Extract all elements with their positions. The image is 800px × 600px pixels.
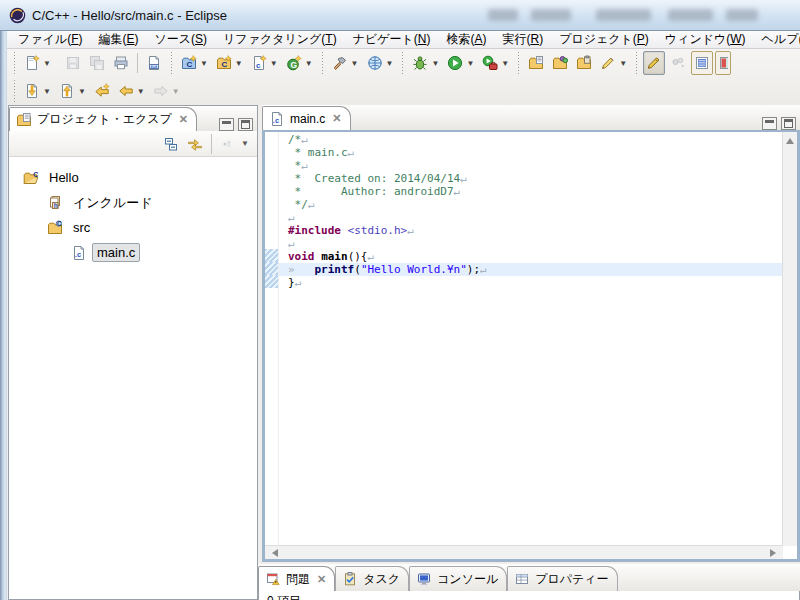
svg-text:C: C [187, 60, 193, 69]
menu-item-w[interactable]: ウィンドウ(W) [657, 31, 754, 48]
back-to-edit-button[interactable] [91, 79, 113, 103]
tab-tasks[interactable]: タスク [335, 566, 409, 591]
maximize-view-button[interactable] [238, 118, 253, 131]
dropdown-arrow-icon[interactable]: ▼ [235, 59, 243, 68]
last-edit-location-button[interactable]: ▼ [21, 79, 54, 103]
clipped-perspective-button[interactable] [715, 51, 731, 75]
tree-item-main.c[interactable]: .cmain.c [9, 240, 257, 265]
mark-occurrences-button[interactable] [643, 51, 665, 75]
dropdown-arrow-icon[interactable]: ▼ [270, 59, 278, 68]
debug-button[interactable]: ▼ [409, 51, 442, 75]
toolbar-separator[interactable] [399, 52, 406, 74]
run-button[interactable]: ▼ [444, 51, 477, 75]
menu-item-a[interactable]: 検索(A) [438, 31, 494, 48]
ruler-line [265, 210, 278, 223]
dropdown-arrow-icon[interactable]: ▼ [466, 59, 474, 68]
toolbar-separator[interactable] [11, 52, 18, 74]
dropdown-arrow-icon[interactable]: ▼ [200, 59, 208, 68]
toolbar-separator[interactable] [319, 52, 326, 74]
toolbar-separator[interactable] [11, 80, 18, 102]
close-icon[interactable]: ✕ [332, 112, 341, 125]
open-task-folder-button[interactable] [549, 51, 571, 75]
vertical-scrollbar[interactable] [782, 132, 797, 546]
scroll-up-icon[interactable] [786, 134, 794, 144]
menu-item-r[interactable]: 実行(R) [494, 31, 551, 48]
code-line: ↵ [288, 211, 783, 224]
ruler-line [265, 132, 278, 145]
next-annotation-button[interactable]: ▼ [56, 79, 89, 103]
code-line: * Created on: 2014/04/14↵ [288, 172, 783, 185]
open-resource-folder-button[interactable] [573, 51, 595, 75]
globe-button[interactable]: ▼ [364, 51, 397, 75]
editor-presentation-button[interactable] [691, 51, 713, 75]
scroll-left-icon[interactable] [268, 549, 278, 557]
tree-item-src[interactable]: Csrc [9, 215, 257, 240]
dropdown-arrow-icon[interactable]: ▼ [137, 87, 145, 96]
toolbar-separator[interactable] [515, 52, 522, 74]
dropdown-arrow-icon[interactable]: ▼ [305, 59, 313, 68]
toolbar-separator[interactable] [633, 52, 640, 74]
menu-item-n[interactable]: ナビゲート(N) [345, 31, 439, 48]
build-hammer-button[interactable]: ▼ [329, 51, 362, 75]
view-menu-arrow-icon[interactable]: ▼ [241, 139, 249, 148]
collapse-all-button[interactable] [160, 133, 182, 155]
horizontal-scrollbar[interactable] [265, 545, 783, 559]
minimize-view-button[interactable] [219, 118, 234, 131]
close-icon[interactable]: ✕ [179, 113, 188, 126]
forward-icon [153, 83, 169, 99]
tab-problems[interactable]: 問題✕ [258, 566, 335, 591]
code-text[interactable]: /*↵ * main.c↵ *↵ * Created on: 2014/04/1… [279, 132, 783, 546]
dropdown-arrow-icon[interactable]: ▼ [386, 59, 394, 68]
link-editor-icon [187, 136, 203, 152]
code-line: ↵ [288, 237, 783, 250]
menu-item-f[interactable]: ファイル(F) [10, 31, 90, 48]
marker-pen-button[interactable]: ▼ [597, 51, 630, 75]
tab-project-explorer[interactable]: プロジェクト・エクスプ ✕ [9, 107, 197, 131]
menu-item-e[interactable]: 編集(E) [90, 31, 146, 48]
toolbar-separator[interactable] [168, 52, 175, 74]
dropdown-arrow-icon[interactable]: ▼ [172, 87, 180, 96]
tab-label: 問題 [286, 571, 310, 588]
close-icon[interactable]: ✕ [317, 573, 326, 586]
dropdown-arrow-icon[interactable]: ▼ [351, 59, 359, 68]
tree-item-Hello[interactable]: CHello [9, 165, 257, 190]
minimize-editor-button[interactable] [762, 117, 777, 130]
dropdown-arrow-icon[interactable]: ▼ [78, 87, 86, 96]
external-tools-button[interactable]: ▼ [479, 51, 512, 75]
ruler-line [265, 223, 278, 236]
new-wizard-button[interactable]: ▼ [21, 51, 54, 75]
tab-properties[interactable]: プロパティー [507, 566, 617, 591]
search-button [667, 51, 689, 75]
dropdown-arrow-icon[interactable]: ▼ [619, 59, 627, 68]
link-editor-button[interactable] [184, 133, 206, 155]
tree-item-[interactable]: hインクルード [9, 190, 257, 215]
code-line: * Author: androidD7↵ [288, 185, 783, 198]
tab-main-c[interactable]: .c main.c ✕ [262, 106, 351, 130]
problems-icon [265, 571, 281, 587]
print-button[interactable] [110, 51, 132, 75]
dropdown-arrow-icon[interactable]: ▼ [43, 87, 51, 96]
menu-item-h[interactable]: ヘルプ(H) [754, 31, 800, 48]
maximize-editor-button[interactable] [781, 117, 796, 130]
svg-text:C: C [33, 171, 38, 178]
dropdown-arrow-icon[interactable]: ▼ [501, 59, 509, 68]
binary-button[interactable]: 010 [143, 51, 165, 75]
new-c-project-button[interactable]: C▼ [178, 51, 211, 75]
menu-item-p[interactable]: プロジェクト(P) [551, 31, 657, 48]
menu-item-s[interactable]: ソース(S) [146, 31, 215, 48]
dropdown-arrow-icon[interactable]: ▼ [43, 59, 51, 68]
back-button[interactable]: ▼ [115, 79, 148, 103]
editor-content: /*↵ * main.c↵ *↵ * Created on: 2014/04/1… [262, 130, 800, 562]
tab-console[interactable]: コンソール [409, 566, 507, 591]
menu-item-t[interactable]: リファクタリング(T) [215, 31, 345, 48]
scroll-right-icon[interactable] [770, 549, 780, 557]
new-class-button[interactable]: G▼ [283, 51, 316, 75]
new-source-file-button[interactable]: c▼ [248, 51, 281, 75]
new-cpp-project-button[interactable]: C▼ [213, 51, 246, 75]
open-type-folder-button[interactable] [525, 51, 547, 75]
view-menu-button[interactable] [217, 133, 239, 155]
annotation-ruler[interactable] [265, 132, 279, 546]
blurred-text [531, 9, 571, 21]
dropdown-arrow-icon[interactable]: ▼ [431, 59, 439, 68]
title-bar[interactable]: C/C++ - Hello/src/main.c - Eclipse [0, 0, 800, 31]
